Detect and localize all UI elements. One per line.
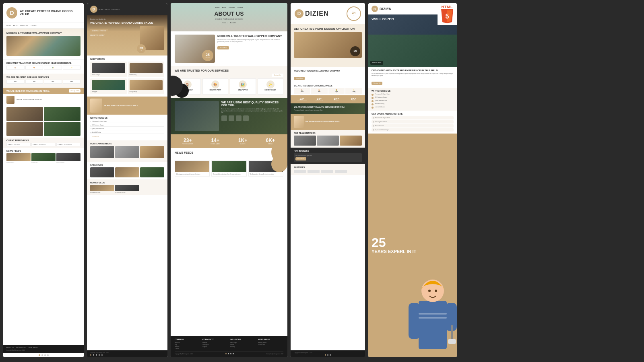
read-more-btn[interactable]: Read More	[217, 46, 229, 49]
quality-icon	[236, 115, 242, 121]
dot-3[interactable]	[44, 354, 46, 356]
card5-room-image: Premium Interior	[368, 35, 457, 67]
dot[interactable]	[90, 354, 91, 356]
card1-header: D WE CREATE PERFECT BRAND GOODS VALUE	[3, 3, 84, 23]
footer-link: WHAT WE DO	[29, 347, 38, 348]
room-img-1	[6, 107, 43, 121]
card4-worker-img	[294, 116, 304, 128]
service-mini: 🖼️Paper	[328, 88, 345, 94]
service-sm: Srv4	[63, 80, 81, 84]
quality-icon-item: Tools	[229, 115, 234, 123]
service-mini: ✨Luxury	[345, 88, 362, 94]
dot[interactable]	[93, 354, 94, 356]
dot[interactable]	[225, 353, 227, 354]
footer-copy: Copyright BuyEditmag.com - 2022	[90, 352, 164, 354]
card4-read-more[interactable]: Read More	[294, 77, 305, 80]
dot[interactable]	[330, 354, 331, 356]
dot[interactable]	[99, 354, 100, 356]
cta-btn[interactable]: GET QUOTE	[69, 89, 80, 93]
stat-2: 14+ DESIGN ACARE	[311, 97, 328, 101]
contact-us-btn[interactable]: Contact Us	[90, 135, 164, 138]
quality-icon-item: Wood	[236, 115, 242, 123]
worker-image-figure	[405, 269, 457, 357]
nav-item: Services	[229, 6, 235, 8]
stat-clients: 1K+ CLIENTS	[230, 138, 256, 145]
stat-3: 1K+ CLIENTS	[328, 97, 345, 101]
service-name: LUXURY DESIGN	[260, 89, 282, 91]
dot[interactable]	[327, 354, 328, 356]
svg-point-9	[428, 290, 431, 292]
why-item-1: Professional & Expert Team	[372, 93, 454, 96]
card1-nav: HOME ABOUT SERVICES CONTACT	[3, 23, 84, 29]
worker-avatar	[6, 96, 14, 104]
card2-worker: WE ARE HERE FOR YOUR ESTIMATE PRICE.	[87, 97, 167, 115]
dot[interactable]	[230, 353, 231, 354]
dizien-logo: D DIZIEN	[295, 9, 328, 18]
dot[interactable]	[233, 353, 234, 354]
footer-item: Wall Design	[230, 342, 256, 343]
case-title: CASE STUDY	[90, 164, 164, 166]
footer-item: Winding partner...	[258, 342, 283, 343]
team-title: OUR TEAM MEMBERS	[90, 142, 164, 145]
quality-img	[175, 101, 219, 131]
html5-text: HTML	[442, 5, 453, 9]
services-cta[interactable]: Contact Us	[272, 74, 283, 77]
card3-stats: 23+ FINISHED MISSION 14+ DESIGN ACARE 1K…	[171, 134, 287, 148]
service-item-luxury: ✨ LUXURY DESIGN Luxury interior designs	[258, 78, 284, 95]
dot[interactable]	[325, 354, 326, 356]
nav-item: SERVICES	[20, 25, 28, 27]
service-item: ✨	[63, 66, 81, 70]
get-in-touch-btn[interactable]: Get in Touch	[295, 157, 306, 160]
dot[interactable]	[101, 354, 103, 356]
nav-sm: SERVICES	[111, 8, 120, 10]
dot[interactable]	[96, 354, 97, 356]
team-name: Mike R.	[140, 158, 164, 160]
card4-worker: WE ARE HERE FOR YOUR ESTIMATE PRICE.	[291, 114, 365, 130]
why-item-5: Licensed & Insured	[372, 106, 454, 109]
dedicated-cta[interactable]: Contact Us	[372, 82, 382, 85]
business-text: Get closer from here right now	[295, 155, 360, 156]
faq-item-3: Q: What is the cost?	[372, 124, 454, 128]
news-title: NEWS FEEDS	[6, 150, 80, 152]
what-title: WHAT WE DO	[90, 58, 164, 60]
what-item-3: Wallpaper	[90, 78, 127, 94]
card2-worker-img	[90, 99, 102, 113]
dot-4[interactable]	[47, 354, 49, 356]
icon-label: Tools	[229, 121, 234, 123]
news-card-1: Winding partner along with senior chemic…	[175, 160, 210, 177]
room-overlay: Premium Interior	[368, 35, 457, 67]
card2-news: NEWS FEEDS Winding partner along... Go t…	[87, 179, 167, 195]
badge-25: 25 Years Exp	[202, 50, 213, 61]
service-mini: 🎨Wall	[311, 88, 328, 94]
dot-1[interactable]	[39, 354, 40, 356]
team-img	[294, 136, 316, 146]
dot[interactable]	[228, 353, 229, 354]
svg-rect-12	[419, 317, 447, 319]
card2-header: D HOME ABOUT SERVICES	[87, 3, 167, 15]
clock-24: 24	[352, 11, 356, 14]
card4-dizien-preview: D DIZIEN 24 /7 GET CREATIVE PAINT DESIGN…	[291, 3, 365, 357]
paint-icon: 🎨	[211, 80, 219, 88]
why-text: Licensed & Insured	[375, 106, 385, 108]
card1-hero: MODERN & TRUSTED WALLPAPPER COMPANY	[3, 29, 84, 59]
stat-label: DESIGN ACARE	[202, 143, 229, 145]
partner-logo	[308, 170, 320, 173]
card1-trusted: WE ARE TRUSTED FOR OUR SERVICES Srv1 Srv…	[3, 74, 84, 88]
card1-testimonials: CLIENT FEEDBACKS ★★★★★ Great service! ★★…	[3, 138, 84, 148]
why-item: ✓ 24/7 Customer Support	[90, 124, 164, 127]
card5-big-cta: 25 YEARS EXPERI. IN IT	[368, 134, 457, 357]
news-text: Winding partner along with school chemic…	[249, 172, 283, 176]
news-section-title: NEWS FEEDS	[175, 151, 283, 154]
quality-title: WE ARE USING BEST QUALITY SERVICES FOR Y…	[294, 106, 362, 108]
card4-brand: D DIZIEN 24 /7	[291, 3, 365, 24]
card1-tagline: WE CREATE PERFECT BRAND GOODS VALUE	[20, 10, 80, 16]
stat-label: DESIGN ACARE	[311, 100, 328, 101]
why-item-3: Quality Materials Used	[372, 100, 454, 102]
footer-link: GET IN TOUCH	[16, 347, 26, 348]
dizien-d-icon: D	[295, 9, 303, 18]
partner-logo	[294, 170, 306, 173]
dot-2[interactable]	[41, 354, 43, 356]
card4-hero-wrapper: 25 Yrs Exp	[294, 32, 362, 64]
nav-item: Home	[215, 6, 220, 8]
about-page-subtitle: Creative Professional Company	[175, 18, 283, 20]
